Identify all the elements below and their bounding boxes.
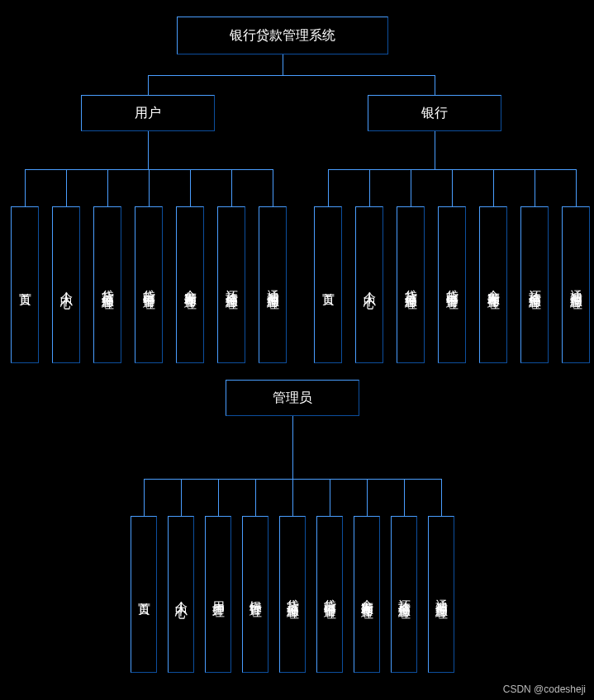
connector bbox=[107, 169, 108, 206]
connector bbox=[435, 75, 435, 95]
admin-module-home: 首页 bbox=[131, 516, 157, 673]
user-module-profile: 个人中心 bbox=[52, 206, 80, 363]
bank-module-notice-info: 通知信息管理 bbox=[562, 206, 590, 363]
connector bbox=[231, 169, 232, 206]
title-text: 银行贷款管理系统 bbox=[230, 27, 335, 45]
admin-module-bank-mgmt: 银行管理 bbox=[242, 516, 268, 673]
role-user-box: 用户 bbox=[81, 95, 215, 131]
connector bbox=[149, 169, 150, 206]
connector bbox=[576, 169, 577, 206]
connector bbox=[328, 169, 329, 206]
user-module-notice-info: 通知信息管理 bbox=[259, 206, 287, 363]
connector bbox=[452, 169, 453, 206]
role-bank-box: 银行 bbox=[368, 95, 501, 131]
connector bbox=[435, 131, 435, 169]
admin-module-loan-apply: 贷款申请管理 bbox=[316, 516, 343, 673]
connector bbox=[255, 479, 256, 516]
connector bbox=[148, 75, 149, 95]
bank-module-home: 首页 bbox=[314, 206, 342, 363]
connector bbox=[535, 169, 535, 206]
connector bbox=[367, 479, 368, 516]
connector bbox=[292, 479, 293, 516]
user-module-repay-info: 还款信息管理 bbox=[217, 206, 245, 363]
user-module-loan-info: 贷款信息管理 bbox=[93, 206, 121, 363]
user-module-home: 首页 bbox=[11, 206, 39, 363]
connector bbox=[441, 479, 442, 516]
user-module-amount-publish: 金额发布管理 bbox=[176, 206, 204, 363]
connector bbox=[181, 479, 182, 516]
connector bbox=[25, 169, 26, 206]
admin-module-notice-info: 通知信息管理 bbox=[428, 516, 454, 673]
role-bank-label: 银行 bbox=[421, 105, 448, 122]
bank-module-loan-apply: 贷款申请管理 bbox=[438, 206, 466, 363]
bank-module-profile: 个人中心 bbox=[355, 206, 383, 363]
connector bbox=[148, 75, 435, 76]
connector bbox=[148, 131, 149, 169]
admin-module-amount-publish: 金额发布管理 bbox=[354, 516, 380, 673]
user-module-loan-apply: 贷款申请管理 bbox=[135, 206, 163, 363]
connector bbox=[493, 169, 494, 206]
connector bbox=[66, 169, 67, 206]
role-admin-label: 管理员 bbox=[273, 390, 312, 407]
role-user-label: 用户 bbox=[135, 105, 161, 122]
admin-module-user-mgmt: 用户管理 bbox=[205, 516, 231, 673]
connector bbox=[292, 416, 293, 479]
connector bbox=[283, 54, 283, 75]
connector bbox=[144, 479, 145, 516]
bank-module-amount-publish: 金额发布管理 bbox=[479, 206, 507, 363]
bank-module-repay-info: 还款信息管理 bbox=[520, 206, 549, 363]
role-admin-box: 管理员 bbox=[226, 380, 359, 416]
bank-module-loan-info: 贷款信息管理 bbox=[397, 206, 425, 363]
watermark: CSDN @codesheji bbox=[503, 683, 586, 695]
connector bbox=[190, 169, 191, 206]
admin-module-profile: 个人中心 bbox=[168, 516, 194, 673]
admin-module-repay-info: 还款信息管理 bbox=[391, 516, 417, 673]
connector bbox=[404, 479, 405, 516]
connector bbox=[273, 169, 273, 206]
connector bbox=[330, 479, 330, 516]
connector bbox=[218, 479, 219, 516]
admin-module-loan-info: 贷款信息管理 bbox=[279, 516, 306, 673]
title-box: 银行贷款管理系统 bbox=[177, 17, 388, 54]
connector bbox=[411, 169, 411, 206]
connector bbox=[369, 169, 370, 206]
